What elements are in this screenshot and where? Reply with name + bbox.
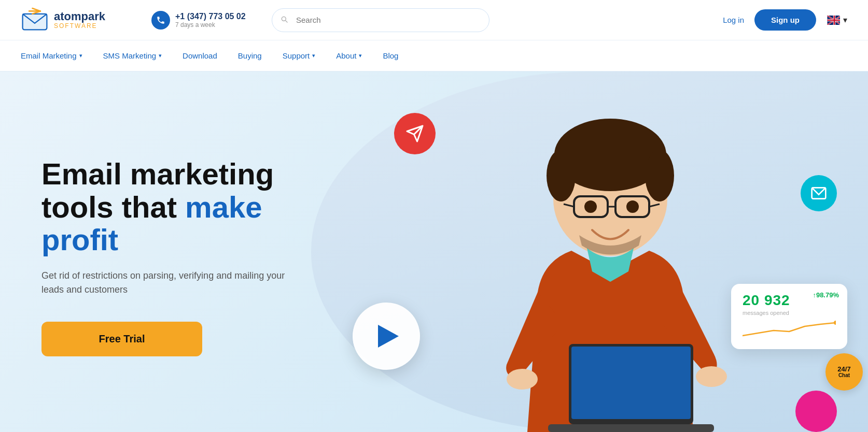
svg-point-9 xyxy=(547,150,576,201)
search-icon xyxy=(280,15,288,25)
phone-details: +1 (347) 773 05 02 7 days a week xyxy=(175,12,246,28)
logo-name: atompark xyxy=(54,10,105,23)
play-button[interactable] xyxy=(353,303,420,370)
hero-subtext: Get rid of restrictions on parsing, veri… xyxy=(41,269,290,297)
hero-section: Email marketing tools that make profit G… xyxy=(0,71,868,432)
phone-number: +1 (347) 773 05 02 xyxy=(175,12,246,21)
topbar: atompark SOFTWARE +1 (347) 773 05 02 7 d… xyxy=(0,0,868,40)
hero-left: Email marketing tools that make profit G… xyxy=(0,71,353,432)
svg-point-21 xyxy=(507,369,538,390)
nav-item-download[interactable]: Download xyxy=(183,51,217,60)
chat-text-label: Chat xyxy=(838,372,850,378)
chevron-down-icon: ▾ xyxy=(79,52,82,59)
flag-icon xyxy=(827,16,840,25)
hero-headline: Email marketing tools that make profit xyxy=(41,157,321,256)
stats-percent: ↑98.79% xyxy=(813,291,839,299)
envelope-icon-circle xyxy=(801,175,837,211)
language-selector[interactable]: ▾ xyxy=(827,15,847,25)
nav-item-support[interactable]: Support ▾ xyxy=(283,51,316,60)
phone-icon xyxy=(151,11,170,30)
login-button[interactable]: Log in xyxy=(723,16,744,24)
stats-card: ↑98.79% 20 932 messages opened xyxy=(731,284,847,349)
svg-rect-19 xyxy=(571,347,691,419)
nav-item-blog[interactable]: Blog xyxy=(383,51,398,60)
stats-chart xyxy=(743,320,836,339)
header-actions: Log in Sign up ▾ xyxy=(723,9,847,31)
send-icon-circle xyxy=(394,113,436,154)
svg-point-10 xyxy=(645,150,674,201)
chevron-down-icon: ▾ xyxy=(312,52,315,59)
phone-availability: 7 days a week xyxy=(175,21,246,28)
navbar: Email Marketing ▾ SMS Marketing ▾ Downlo… xyxy=(0,40,868,71)
person-illustration xyxy=(475,95,745,432)
hero-person-image xyxy=(434,90,787,432)
phone-area: +1 (347) 773 05 02 7 days a week xyxy=(151,11,255,30)
lang-code: ▾ xyxy=(843,15,847,25)
svg-point-16 xyxy=(584,200,597,213)
svg-point-17 xyxy=(626,200,639,213)
chevron-down-icon: ▾ xyxy=(159,52,162,59)
chat-bubble[interactable]: 24/7 Chat xyxy=(825,353,863,391)
stats-label: messages opened xyxy=(743,310,836,316)
uk-flag xyxy=(827,16,840,25)
svg-rect-20 xyxy=(548,424,714,432)
nav-item-sms-marketing[interactable]: SMS Marketing ▾ xyxy=(103,51,162,60)
free-trial-button[interactable]: Free Trial xyxy=(41,322,202,356)
signup-button[interactable]: Sign up xyxy=(754,9,816,31)
logo-icon xyxy=(21,6,49,34)
chevron-down-icon: ▾ xyxy=(359,52,362,59)
nav-item-about[interactable]: About ▾ xyxy=(336,51,362,60)
nav-item-email-marketing[interactable]: Email Marketing ▾ xyxy=(21,51,82,60)
hero-right: ↑98.79% 20 932 messages opened 24/7 Chat xyxy=(353,71,868,432)
nav-item-buying[interactable]: Buying xyxy=(238,51,262,60)
play-icon xyxy=(378,325,399,348)
search-input[interactable] xyxy=(272,8,489,32)
logo-sub: SOFTWARE xyxy=(54,23,105,30)
svg-point-23 xyxy=(834,321,836,325)
logo-text-group: atompark SOFTWARE xyxy=(54,10,105,30)
search-bar[interactable] xyxy=(272,8,489,32)
chat-247-label: 24/7 xyxy=(837,366,850,372)
logo-area: atompark SOFTWARE xyxy=(21,6,135,34)
svg-point-22 xyxy=(696,366,727,387)
pink-circle-decoration xyxy=(795,391,837,432)
